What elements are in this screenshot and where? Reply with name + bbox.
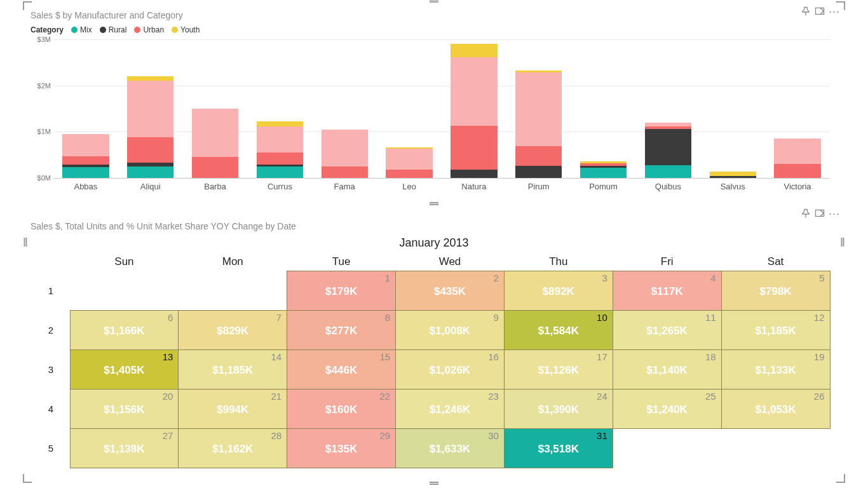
bar-segment[interactable]	[192, 157, 238, 178]
calendar-day-cell[interactable]: 26$1,053K	[721, 389, 831, 429]
legend-item[interactable]: Mix	[71, 25, 92, 34]
bar-segment[interactable]	[257, 152, 303, 165]
bar-segment[interactable]	[451, 44, 497, 58]
resize-handle-top[interactable]	[430, 0, 438, 3]
pin-icon[interactable]	[801, 6, 811, 17]
more-options-icon[interactable]: ···	[829, 210, 840, 217]
bar-stack[interactable]	[645, 123, 691, 178]
report-selection-frame[interactable]: ··· Sales $ by Manufacturer and Category…	[25, 4, 843, 480]
bar-segment[interactable]	[515, 72, 562, 146]
calendar-day-cell[interactable]: 5$798K	[721, 271, 831, 311]
calendar-visual[interactable]: ··· Sales $, Total Units and % Unit Mark…	[25, 207, 843, 480]
bar-segment[interactable]	[62, 156, 109, 165]
calendar-day-cell[interactable]: 11$1,265K	[613, 310, 722, 350]
calendar-day-cell[interactable]: 8$277K	[287, 310, 396, 350]
calendar-day-cell[interactable]: 22$160K	[287, 389, 396, 429]
focus-mode-icon[interactable]	[815, 6, 825, 17]
bar-stack[interactable]	[127, 76, 173, 178]
bar-segment[interactable]	[192, 109, 238, 157]
bar-slot	[377, 39, 442, 178]
bar-segment[interactable]	[451, 170, 497, 178]
calendar-day-cell[interactable]: 2$435K	[395, 271, 505, 311]
bar-stack[interactable]	[62, 134, 109, 178]
calendar-day-cell[interactable]: 3$892K	[504, 271, 613, 311]
bar-segment[interactable]	[257, 166, 303, 178]
calendar-day-cell[interactable]: 27$1,138K	[70, 428, 179, 468]
calendar-day-cell[interactable]: 25$1,240K	[613, 389, 722, 429]
calendar-day-cell[interactable]: 17$1,126K	[504, 349, 613, 390]
calendar-day-cell[interactable]: 12$1,185K	[721, 310, 831, 350]
bar-segment[interactable]	[127, 137, 173, 163]
bar-segment[interactable]	[62, 134, 109, 156]
calendar-day-cell[interactable]: 19$1,133K	[721, 349, 831, 390]
more-options-icon[interactable]: ···	[829, 8, 840, 15]
bar-segment[interactable]	[451, 126, 497, 170]
calendar-empty-cell	[721, 428, 831, 468]
calendar-day-cell[interactable]: 14$1,185K	[178, 349, 287, 390]
calendar-day-cell[interactable]: 18$1,140K	[613, 349, 722, 390]
bar-segment[interactable]	[645, 129, 691, 165]
bar-segment[interactable]	[127, 81, 173, 137]
legend-item[interactable]: Rural	[100, 25, 127, 34]
calendar-day-number: 22	[379, 391, 390, 402]
calendar-day-cell[interactable]: 6$1,166K	[70, 310, 179, 350]
bar-stack[interactable]	[386, 147, 432, 178]
calendar-day-number: 3	[602, 273, 607, 283]
bar-segment[interactable]	[515, 166, 562, 178]
x-label: Currus	[247, 180, 312, 194]
calendar-day-value: $1,126K	[505, 364, 613, 377]
calendar-day-cell[interactable]: 20$1,156K	[70, 389, 179, 429]
pin-icon[interactable]	[801, 208, 811, 219]
bar-stack[interactable]	[192, 109, 238, 178]
calendar-day-cell[interactable]: 15$446K	[287, 349, 396, 390]
calendar-day-cell[interactable]: 30$1,633K	[395, 428, 505, 468]
calendar-day-value: $1,138K	[71, 443, 179, 456]
legend-item[interactable]: Urban	[134, 25, 164, 34]
focus-mode-icon[interactable]	[815, 208, 825, 219]
bar-segment[interactable]	[710, 176, 756, 178]
calendar-day-number: 8	[385, 312, 390, 323]
calendar-day-cell[interactable]: 31$3,518K	[504, 428, 613, 468]
calendar-day-cell[interactable]: 21$994K	[178, 389, 287, 429]
bar-segment[interactable]	[645, 165, 691, 178]
calendar-day-cell[interactable]: 23$1,246K	[395, 389, 505, 429]
calendar-day-cell[interactable]: 13$1,405K	[70, 349, 179, 390]
bar-stack[interactable]	[710, 172, 756, 178]
legend-item[interactable]: Youth	[172, 25, 200, 34]
calendar-day-cell[interactable]: 10$1,584K	[504, 310, 613, 350]
calendar-day-cell[interactable]: 16$1,026K	[395, 349, 505, 390]
bar-stack[interactable]	[515, 71, 562, 178]
bar-segment[interactable]	[322, 166, 368, 178]
bar-segment[interactable]	[322, 130, 368, 166]
calendar-day-cell[interactable]: 29$135K	[287, 428, 396, 468]
bar-stack[interactable]	[774, 139, 820, 178]
bar-stack[interactable]	[257, 121, 303, 178]
bar-stack[interactable]	[322, 130, 368, 178]
bar-segment[interactable]	[257, 121, 303, 127]
bar-segment[interactable]	[515, 146, 562, 166]
bar-segment[interactable]	[710, 172, 756, 176]
calendar-day-cell[interactable]: 9$1,008K	[395, 310, 505, 350]
bar-segment[interactable]	[62, 167, 109, 178]
bar-segment[interactable]	[127, 76, 173, 81]
calendar-day-number: 12	[814, 312, 825, 323]
calendar-day-cell[interactable]: 1$179K	[287, 271, 396, 311]
bar-segment[interactable]	[386, 149, 432, 170]
resize-handle-bottom[interactable]	[430, 482, 438, 485]
bar-segment[interactable]	[257, 126, 303, 152]
bar-segment[interactable]	[774, 164, 820, 178]
calendar-day-cell[interactable]: 28$1,162K	[178, 428, 287, 468]
bar-segment[interactable]	[386, 170, 432, 178]
y-tick: $0M	[28, 174, 51, 182]
bar-segment[interactable]	[774, 139, 820, 165]
bar-stack[interactable]	[451, 44, 497, 178]
bar-chart-visual[interactable]: ··· Sales $ by Manufacturer and Category…	[25, 4, 843, 203]
bar-stack[interactable]	[580, 161, 627, 178]
calendar-day-cell[interactable]: 24$1,390K	[504, 389, 613, 429]
bar-segment[interactable]	[451, 57, 497, 126]
calendar-day-cell[interactable]: 4$117K	[613, 271, 722, 311]
bar-segment[interactable]	[127, 166, 173, 178]
calendar-day-cell[interactable]: 7$829K	[178, 310, 287, 350]
bar-segment[interactable]	[580, 168, 627, 178]
calendar-day-value: $1,185K	[179, 364, 287, 377]
